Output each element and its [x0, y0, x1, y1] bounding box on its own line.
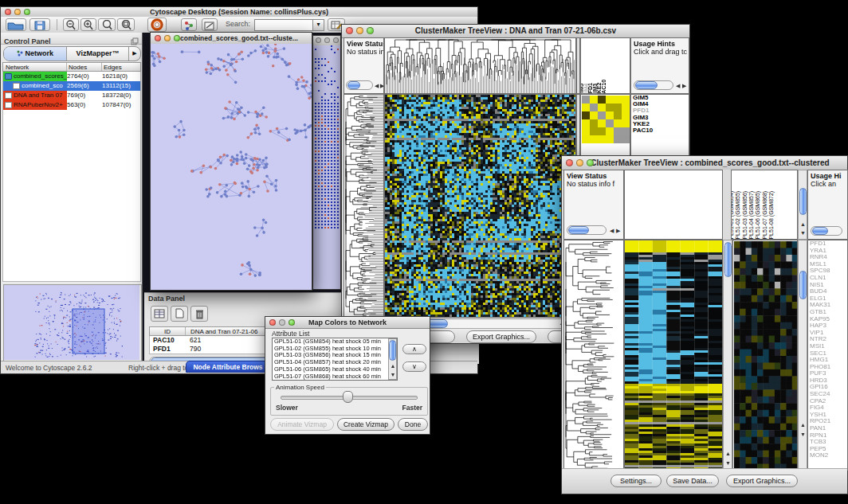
scroll-left-icon[interactable]: ◀	[375, 83, 379, 89]
move-up-button[interactable]: ∧	[402, 344, 426, 354]
scroll-right-icon[interactable]: ▶	[682, 83, 686, 89]
col-edges[interactable]: Edges	[102, 63, 140, 71]
tv2-gene-label[interactable]: MON2	[808, 452, 847, 459]
background-network-window[interactable]	[312, 35, 341, 290]
scroll-left-icon[interactable]: ◀	[676, 83, 680, 89]
close-icon[interactable]	[346, 27, 353, 34]
minimize-icon[interactable]	[356, 27, 363, 34]
animate-vizmap-button[interactable]: Animate Vizmap	[270, 418, 334, 431]
scroll-down-icon[interactable]: ▼	[391, 372, 396, 378]
attribute-list-item[interactable]: GPL51-07 (GSM868) heat shock 60 min	[273, 373, 397, 381]
network-tree-row[interactable]: DNA and Tran 07 769(0) 183728(0)	[3, 91, 140, 100]
tv2-settings-button[interactable]: Settings...	[610, 475, 662, 487]
scroll-down-icon[interactable]: ▼	[725, 460, 731, 467]
minimize-icon[interactable]	[576, 159, 583, 166]
zoom-window-icon[interactable]	[367, 27, 374, 34]
zoom-window-icon[interactable]	[587, 159, 594, 166]
tv2-column-label[interactable]: GPL51-02 (GSM855)	[735, 191, 740, 240]
tab-network[interactable]: Network	[4, 47, 67, 61]
close-icon[interactable]	[566, 159, 573, 166]
close-icon[interactable]	[5, 9, 11, 15]
scroll-left-icon[interactable]: ◀	[610, 228, 614, 234]
create-vizmap-button[interactable]: Create Vizmap	[337, 418, 395, 431]
tab-vizmapper[interactable]: VizMapper™	[67, 47, 129, 61]
zoom-window-icon[interactable]	[289, 319, 295, 326]
minimize-icon[interactable]	[14, 9, 21, 15]
search-dropdown-button[interactable]: ▾	[312, 19, 324, 31]
tv1-status-hscrollbar[interactable]	[346, 80, 373, 90]
minimize-icon[interactable]	[279, 319, 285, 326]
tv2-status-hscrollbar[interactable]	[567, 225, 607, 235]
treeview1-titlebar[interactable]: ClusterMaker TreeView : DNA and Tran 07-…	[342, 25, 689, 38]
tv2-column-label[interactable]: GPL51-06 (GSM865)	[755, 191, 760, 240]
zoom-in-icon[interactable]	[80, 18, 96, 31]
scroll-right-icon[interactable]: ▶	[616, 228, 620, 234]
scroll-up-icon[interactable]: ▲	[800, 422, 806, 428]
zoom-window-icon[interactable]	[333, 37, 339, 43]
network-tree-row[interactable]: combined_sco 2569(6) 13112(15)	[3, 81, 140, 91]
move-down-button[interactable]: ∨	[402, 361, 426, 372]
zoom-window-icon[interactable]	[174, 35, 180, 41]
tv2-column-label[interactable]: GPL51-08 (GSM872)	[768, 191, 774, 240]
network-tree-row[interactable]: RNAPuberNov2+ 563(0) 107847(0)	[3, 100, 140, 110]
tv2-column-dendrogram[interactable]	[624, 170, 723, 240]
tv2-column-label[interactable]: GPL51-07 (GSM868)	[762, 191, 768, 240]
zoom-window-icon[interactable]	[24, 9, 30, 15]
save-icon[interactable]	[29, 18, 50, 31]
data-col-id[interactable]: ID	[150, 327, 186, 335]
tv1-row-dendrogram[interactable]	[344, 94, 384, 318]
tv2-collabel-vscrollbar[interactable]: ▲ ▼	[798, 170, 807, 240]
tv2-heatmap-vscrollbar[interactable]: ▲ ▼	[723, 240, 732, 471]
search-input[interactable]	[254, 19, 313, 31]
tv2-column-label[interactable]: GPL51-01 (GSM854)	[731, 191, 734, 240]
zoom-selected-icon[interactable]	[98, 18, 116, 31]
scroll-up-icon[interactable]: ▲	[391, 363, 396, 369]
zoom-out-icon[interactable]	[63, 18, 79, 31]
scroll-down-icon[interactable]: ▼	[800, 230, 806, 236]
attribute-list-vscrollbar[interactable]: ▲ ▼	[388, 338, 397, 380]
minimize-icon[interactable]	[324, 37, 330, 43]
network-graph-canvas[interactable]	[151, 44, 312, 290]
animation-slider-thumb[interactable]	[343, 391, 353, 403]
new-attribute-icon[interactable]	[171, 306, 188, 322]
done-button[interactable]: Done	[398, 418, 428, 431]
delete-attribute-icon[interactable]	[190, 306, 208, 322]
background-network-canvas[interactable]	[313, 45, 340, 289]
select-attributes-icon[interactable]	[151, 306, 168, 322]
zoom-fit-icon[interactable]	[117, 18, 135, 31]
close-icon[interactable]	[316, 37, 321, 43]
tabs-overflow-button[interactable]: ▶	[129, 47, 140, 61]
network-overview-panel[interactable]	[3, 284, 142, 362]
network-view-titlebar[interactable]: combined_scores_good.txt--cluste...	[151, 33, 312, 45]
tv2-heatmap-zoom-panel[interactable]	[732, 240, 798, 471]
map-colors-titlebar[interactable]: Map Colors to Network	[265, 317, 430, 329]
col-network[interactable]: Network	[3, 63, 67, 71]
network-overview-canvas[interactable]	[4, 285, 139, 360]
tv2-heatmap-global[interactable]	[624, 240, 723, 471]
treeview2-titlebar[interactable]: ClusterMaker TreeView : combined_scores_…	[562, 156, 847, 170]
tv1-heatmap-global[interactable]	[384, 94, 576, 318]
tv2-row-dendrogram[interactable]	[563, 240, 624, 471]
tv2-export-graphics-button[interactable]: Export Graphics...	[726, 475, 798, 487]
help-lifering-icon[interactable]	[147, 18, 167, 32]
close-icon[interactable]	[155, 35, 161, 41]
scroll-down-icon[interactable]: ▼	[800, 432, 806, 438]
tv2-hints-hscrollbar[interactable]	[811, 226, 842, 236]
open-folder-icon[interactable]	[6, 18, 26, 31]
scroll-up-icon[interactable]: ▲	[725, 451, 731, 457]
tv1-hints-hscrollbar[interactable]	[634, 80, 673, 90]
minimize-icon[interactable]	[164, 35, 171, 41]
tv1-column-label[interactable]: PAC10	[601, 80, 607, 94]
scroll-up-icon[interactable]: ▲	[800, 221, 806, 228]
tv1-export-graphics-button[interactable]: Export Graphics...	[466, 330, 536, 343]
tv2-column-label[interactable]: GPL51-03 (GSM856)	[742, 191, 748, 240]
col-nodes[interactable]: Nodes	[67, 63, 102, 71]
tv2-save-data-button[interactable]: Save Data...	[666, 475, 719, 487]
node-attribute-browser-tab[interactable]: Node Attribute Brows	[186, 361, 270, 373]
tv2-column-label[interactable]: GPL51-04 (GSM857)	[748, 191, 754, 240]
network-nodes-icon[interactable]	[181, 18, 197, 31]
network-tree-row[interactable]: combined_scores_ 2764(0) 16218(0)	[3, 72, 140, 81]
tv1-column-dendrogram[interactable]	[384, 37, 576, 94]
annotation-icon[interactable]	[202, 18, 218, 31]
close-icon[interactable]	[269, 319, 276, 326]
